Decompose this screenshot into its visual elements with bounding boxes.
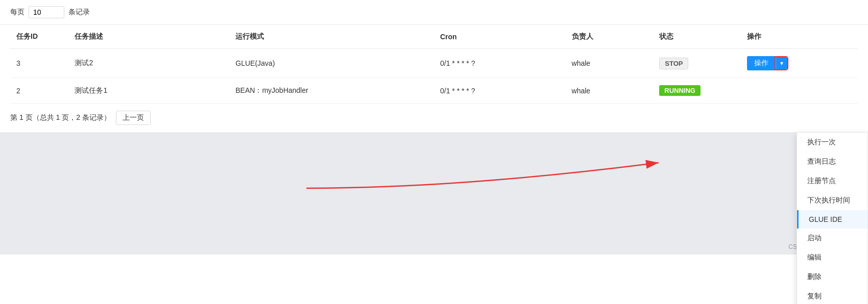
dropdown-item-edit[interactable]: 编辑 <box>797 248 867 267</box>
th-mode: 运行模式 <box>229 25 434 49</box>
dropdown-item-start[interactable]: 启动 <box>797 229 867 248</box>
table-container: 任务ID 任务描述 运行模式 Cron 负责人 状态 操作 3测试2GLUE(J… <box>0 25 868 104</box>
dropdown-item-glue-ide[interactable]: GLUE IDE <box>797 210 867 229</box>
cell-cron: 0/1 * * * * ? <box>434 49 566 78</box>
cell-owner: whale <box>566 78 654 104</box>
cell-action <box>741 78 858 104</box>
per-page-select[interactable]: 10 20 50 100 <box>29 6 64 18</box>
dropdown-item-execute-once[interactable]: 执行一次 <box>797 133 867 152</box>
status-badge: STOP <box>659 58 688 69</box>
dropdown-menu: 执行一次查询日志注册节点下次执行时间GLUE IDE启动编辑删除复制 <box>797 132 868 304</box>
action-main-button[interactable]: 操作 <box>747 56 776 70</box>
th-cron: Cron <box>434 25 566 49</box>
action-dropdown-button[interactable]: ▾ <box>776 57 787 69</box>
dropdown-item-register-node[interactable]: 注册节点 <box>797 171 867 191</box>
cell-action: 操作▾ <box>741 49 858 78</box>
red-arrow-annotation <box>102 147 689 198</box>
dropdown-item-copy[interactable]: 复制 <box>797 287 867 304</box>
cell-owner: whale <box>566 49 654 78</box>
page-wrapper: 每页 10 20 50 100 条记录 任务ID 任务描述 运行模式 Cron … <box>0 0 868 304</box>
cell-status: STOP <box>653 49 741 78</box>
records-label: 条记录 <box>68 8 90 17</box>
status-badge: RUNNING <box>659 85 701 96</box>
pagination-info: 第 1 页（总共 1 页，2 条记录） <box>10 113 111 122</box>
cell-id: 2 <box>10 78 68 104</box>
th-action: 操作 <box>741 25 858 49</box>
per-page-label: 每页 <box>10 8 25 17</box>
action-btn-group: 操作▾ <box>747 56 852 70</box>
dropdown-item-delete[interactable]: 删除 <box>797 267 867 287</box>
th-owner: 负责人 <box>566 25 654 49</box>
dropdown-item-query-log[interactable]: 查询日志 <box>797 152 867 171</box>
table-header-row: 任务ID 任务描述 运行模式 Cron 负责人 状态 操作 <box>10 25 858 49</box>
cell-cron: 0/1 * * * * ? <box>434 78 566 104</box>
th-status: 状态 <box>653 25 741 49</box>
cell-id: 3 <box>10 49 68 78</box>
gray-section: 执行一次查询日志注册节点下次执行时间GLUE IDE启动编辑删除复制 CSDN … <box>0 132 868 255</box>
th-desc: 任务描述 <box>68 25 229 49</box>
cell-status: RUNNING <box>653 78 741 104</box>
cell-desc: 测试任务1 <box>68 78 229 104</box>
top-bar: 每页 10 20 50 100 条记录 <box>0 0 868 25</box>
cell-desc: 测试2 <box>68 49 229 78</box>
table-row: 2测试任务1BEAN：myJobHandler0/1 * * * * ?whal… <box>10 78 858 104</box>
th-id: 任务ID <box>10 25 68 49</box>
cell-mode: GLUE(Java) <box>229 49 434 78</box>
cell-mode: BEAN：myJobHandler <box>229 78 434 104</box>
table-row: 3测试2GLUE(Java)0/1 * * * * ?whaleSTOP操作▾ <box>10 49 858 78</box>
jobs-table: 任务ID 任务描述 运行模式 Cron 负责人 状态 操作 3测试2GLUE(J… <box>10 25 858 104</box>
prev-page-button[interactable]: 上一页 <box>116 111 151 125</box>
dropdown-item-next-exec-time[interactable]: 下次执行时间 <box>797 191 867 210</box>
pagination-bar: 第 1 页（总共 1 页，2 条记录） 上一页 <box>0 104 868 132</box>
